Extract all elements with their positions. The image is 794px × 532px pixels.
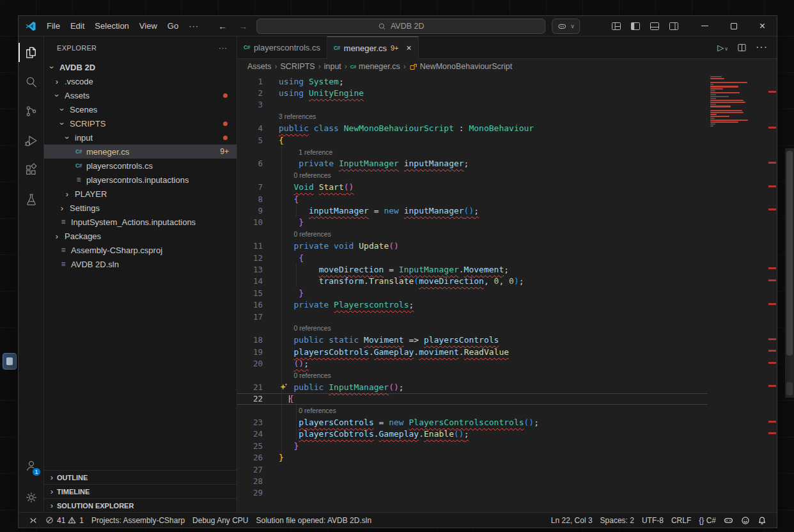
quick-fix-sparkle-icon[interactable] bbox=[279, 383, 288, 391]
code-line-19[interactable]: 19playersCobtrols.Gameplay.moviment.Read… bbox=[237, 346, 708, 357]
code-line-4[interactable]: 4public class NewMonoBehaviourScript : M… bbox=[237, 123, 708, 134]
tree-item-player[interactable]: ›PLAYER bbox=[44, 187, 237, 201]
code-line-text[interactable]: playersCobtrols.Gameplay.moviment.ReadVa… bbox=[279, 346, 708, 357]
code-line-text[interactable] bbox=[279, 464, 708, 475]
activitybar-search[interactable] bbox=[19, 67, 43, 97]
status-remote[interactable] bbox=[25, 513, 42, 528]
breadcrumb-item-assets[interactable]: Assets bbox=[247, 62, 272, 71]
forward-icon[interactable]: → bbox=[236, 21, 250, 31]
code-line-16[interactable]: 16private Playerscontrols; bbox=[237, 299, 708, 310]
tree-item-meneger-cs[interactable]: C#meneger.cs9+ bbox=[44, 145, 237, 159]
tree-item-input[interactable]: ›input bbox=[44, 130, 237, 145]
menu-edit[interactable]: Edit bbox=[65, 19, 90, 33]
breadcrumb-item-scripts[interactable]: SCRIPTS bbox=[281, 62, 315, 71]
tree-item-settings[interactable]: ›Settings bbox=[44, 201, 237, 215]
copilot-button[interactable]: ∨ bbox=[552, 19, 580, 34]
code-line-6[interactable]: 6private InputManager inputManager; bbox=[237, 158, 708, 169]
code-line-11[interactable]: 11private void Update() bbox=[237, 240, 708, 251]
code-line-text[interactable]: private Playerscontrols; bbox=[279, 299, 708, 310]
code-line-17[interactable]: 17 bbox=[237, 311, 708, 322]
codelens-line-7[interactable]: 0 references bbox=[237, 169, 708, 181]
activitybar-extensions[interactable] bbox=[19, 155, 43, 185]
code-line-10[interactable]: 10} bbox=[237, 217, 708, 228]
status-language-mode[interactable]: {} C# bbox=[695, 513, 720, 528]
command-center-search[interactable]: AVDB 2D bbox=[256, 19, 545, 34]
status-indentation[interactable]: Spaces: 2 bbox=[596, 513, 638, 528]
codelens-text[interactable]: 1 reference bbox=[279, 146, 708, 157]
breadcrumb-item-input[interactable]: input bbox=[324, 62, 341, 71]
status-project[interactable]: Projects: Assembly-CSharp bbox=[88, 513, 189, 528]
codelens-line-18[interactable]: 0 references bbox=[237, 322, 708, 334]
code-line-1[interactable]: 1using System; bbox=[237, 75, 708, 87]
code-line-text[interactable]: private void Update() bbox=[279, 240, 708, 251]
back-icon[interactable]: ← bbox=[215, 21, 230, 31]
code-line-26[interactable]: 26} bbox=[237, 452, 708, 464]
code-line-18[interactable]: 18public static Moviment => playersContr… bbox=[237, 334, 708, 346]
tree-item-playerscontrols-inputactions[interactable]: ≡playerscontrols.inputactions bbox=[44, 173, 237, 187]
code-line-13[interactable]: 13moveDirection = InputManager.Movement; bbox=[237, 263, 708, 275]
customize-layout-icon[interactable] bbox=[611, 21, 621, 31]
code-line-text[interactable] bbox=[279, 311, 708, 322]
close-button[interactable]: × bbox=[748, 16, 777, 36]
code-line-text[interactable]: { bbox=[279, 394, 708, 404]
code-line-21[interactable]: 21public InputManager(); bbox=[237, 381, 708, 393]
menu-selection[interactable]: Selection bbox=[90, 19, 134, 33]
code-line-text[interactable]: public InputManager(); bbox=[279, 381, 708, 393]
code-line-text[interactable]: Void Start() bbox=[279, 182, 708, 193]
menu-file[interactable]: File bbox=[42, 19, 65, 33]
codelens-text[interactable]: 0 references bbox=[279, 169, 708, 181]
activitybar-run-and-debug[interactable] bbox=[19, 126, 43, 155]
minimize-button[interactable] bbox=[690, 16, 719, 36]
status-bell-icon[interactable] bbox=[754, 513, 770, 528]
code-line-27[interactable]: 27 bbox=[237, 464, 708, 475]
code-line-5[interactable]: 5{ bbox=[237, 134, 708, 146]
tab-meneger-cs[interactable]: C#meneger.cs9+× bbox=[327, 36, 419, 59]
activitybar-manage[interactable] bbox=[19, 483, 43, 512]
code-line-8[interactable]: 8{ bbox=[237, 193, 708, 205]
tab-close-icon[interactable]: × bbox=[407, 43, 412, 53]
code-line-text[interactable]: inputManager = new inputManager(); bbox=[279, 205, 708, 216]
code-line-text[interactable]: } bbox=[279, 217, 708, 228]
code-line-text[interactable]: { bbox=[279, 134, 708, 146]
tab-playerscontrols-cs[interactable]: C#playerscontrols.cs bbox=[237, 36, 327, 58]
codelens-line-11[interactable]: 0 references bbox=[237, 228, 708, 240]
code-line-14[interactable]: 14transform.Translate(moveDirection, 0, … bbox=[237, 276, 708, 287]
activitybar-testing[interactable] bbox=[19, 185, 43, 214]
codelens-text[interactable]: 0 references bbox=[279, 405, 708, 416]
code-line-20[interactable]: 20(); bbox=[237, 357, 708, 369]
desktop-dock-icon[interactable] bbox=[3, 353, 17, 370]
status-feedback-icon[interactable] bbox=[737, 513, 754, 528]
activitybar-accounts[interactable]: 1 bbox=[19, 451, 43, 480]
menu-view[interactable]: View bbox=[134, 19, 162, 33]
status-cursor-position[interactable]: Ln 22, Col 3 bbox=[547, 513, 596, 528]
code-line-text[interactable]: moveDirection = InputManager.Movement; bbox=[279, 263, 708, 275]
section-outline[interactable]: ›OUTLINE bbox=[44, 470, 237, 484]
codelens-text[interactable]: 3 references bbox=[279, 111, 708, 122]
code-line-text[interactable]: public static Moviment => playersControl… bbox=[279, 334, 708, 346]
tree-item-vscode[interactable]: ›.vscode bbox=[44, 74, 237, 88]
codelens-text[interactable]: 0 references bbox=[279, 322, 708, 334]
code-line-text[interactable]: private InputManager inputManager; bbox=[279, 158, 708, 169]
code-line-text[interactable]: public class NewMonoBehaviourScript : Mo… bbox=[279, 123, 708, 134]
toggle-secondary-sidebar-icon[interactable] bbox=[669, 21, 679, 31]
code-editor[interactable]: 1using System;2using UnityEngine33 refer… bbox=[237, 74, 777, 512]
tree-item-inputsystem-actions-inputactions[interactable]: ≡InputSystem_Actions.inputactions bbox=[44, 215, 237, 229]
status-encoding[interactable]: UTF-8 bbox=[638, 513, 667, 528]
tree-item-avdb-2d-sln[interactable]: ≡AVDB 2D.sln bbox=[44, 257, 237, 271]
code-line-25[interactable]: 25} bbox=[237, 440, 708, 451]
desktop-scrollbar-thumb[interactable] bbox=[786, 151, 793, 356]
menu-overflow-icon[interactable]: ··· bbox=[183, 19, 204, 33]
code-line-text[interactable]: } bbox=[279, 440, 708, 451]
section-timeline[interactable]: ›TIMELINE bbox=[44, 484, 237, 498]
tree-item-assets[interactable]: ›Assets bbox=[44, 88, 237, 102]
activitybar-explorer[interactable] bbox=[19, 38, 43, 67]
explorer-more-actions-icon[interactable]: ··· bbox=[219, 44, 228, 52]
tree-item-avdb-2d[interactable]: ›AVDB 2D bbox=[44, 60, 237, 74]
codelens-line-4[interactable]: 3 references bbox=[237, 111, 708, 122]
code-line-text[interactable]: transform.Translate(moveDirection, 0, 0)… bbox=[279, 276, 708, 287]
menu-go[interactable]: Go bbox=[162, 19, 183, 33]
code-line-22[interactable]: 22{ bbox=[237, 393, 708, 405]
section-solution-explorer[interactable]: ›SOLUTION EXPLORER bbox=[44, 498, 237, 512]
status-solution-message[interactable]: Solution file opened: AVDB 2D.sln bbox=[253, 513, 376, 528]
code-line-12[interactable]: 12{ bbox=[237, 252, 708, 263]
